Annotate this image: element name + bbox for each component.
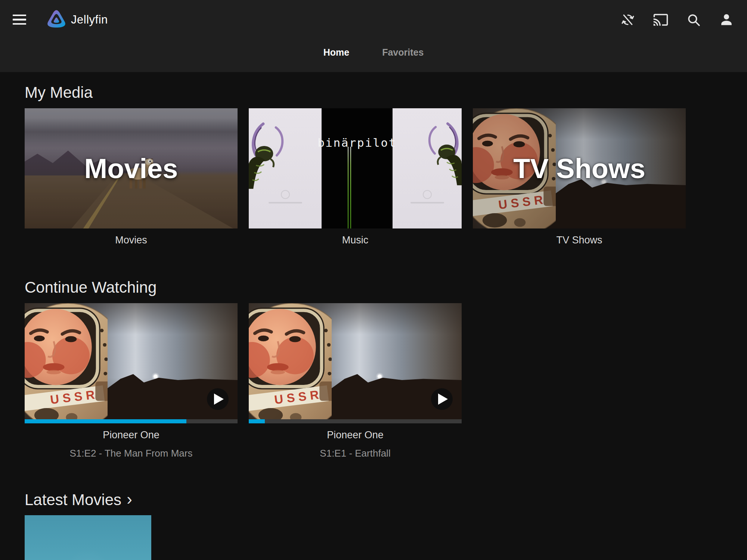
episode-card-2[interactable]: Pioneer One S1:E1 - Earthfall	[249, 303, 462, 459]
jellyfin-logo-icon	[46, 9, 66, 31]
my-media-row: Movies Movies binärpilot	[25, 108, 747, 246]
play-button[interactable]	[431, 388, 453, 410]
tvshows-card-label: TV Shows	[473, 234, 686, 246]
movies-card-image: Movies	[25, 108, 238, 228]
continue-watching-row: Pioneer One S1:E2 - The Man From Mars Pi…	[25, 303, 747, 459]
section-title-my-media: My Media	[25, 72, 747, 102]
episode-2-title: Pioneer One	[249, 429, 462, 441]
progress-bar-fill	[249, 419, 265, 423]
search-icon[interactable]	[683, 9, 704, 31]
tvshows-hero-text: TV Shows	[473, 108, 686, 228]
insect-artwork-mirrored	[423, 120, 462, 219]
app-title: Jellyfin	[71, 13, 108, 27]
episode-card-1[interactable]: Pioneer One S1:E2 - The Man From Mars	[25, 303, 238, 459]
movies-hero-text: Movies	[25, 108, 238, 228]
main-content: My Media Movies Movies	[0, 72, 747, 560]
insect-artwork	[249, 120, 289, 219]
play-button[interactable]	[207, 388, 229, 410]
app-logo[interactable]: Jellyfin	[46, 9, 108, 31]
album-title-text: binärpilot	[317, 136, 397, 149]
album-cover-left	[249, 108, 322, 228]
episode-2-subtitle: S1:E1 - Earthfall	[249, 448, 462, 459]
music-card-image: binärpilot	[249, 108, 462, 228]
progress-bar	[25, 419, 238, 423]
menu-icon[interactable]	[10, 10, 29, 29]
episode-1-thumbnail	[25, 303, 238, 423]
latest-movie-poster[interactable]	[25, 515, 151, 560]
section-link-latest-movies[interactable]: Latest Movies ›	[25, 459, 132, 509]
episode-1-title: Pioneer One	[25, 429, 238, 441]
tab-favorites[interactable]: Favorites	[378, 45, 427, 60]
astronaut-artwork	[249, 303, 332, 423]
section-title-continue-watching: Continue Watching	[25, 246, 747, 297]
album-cover-right	[393, 108, 462, 228]
album-cover-center: binärpilot	[322, 108, 393, 228]
library-card-tvshows[interactable]: TV Shows TV Shows	[473, 108, 686, 246]
library-card-music[interactable]: binärpilot Music	[249, 108, 462, 246]
episode-1-subtitle: S1:E2 - The Man From Mars	[25, 448, 238, 459]
header-top-row: Jellyfin	[0, 0, 747, 39]
progress-bar-fill	[25, 419, 186, 423]
progress-bar	[249, 419, 462, 423]
movies-card-label: Movies	[25, 234, 238, 246]
app-header: Jellyfin	[0, 0, 747, 72]
tab-home[interactable]: Home	[320, 45, 353, 60]
user-icon[interactable]	[716, 9, 737, 31]
astronaut-artwork	[25, 303, 108, 423]
library-card-movies[interactable]: Movies Movies	[25, 108, 238, 246]
latest-movies-title: Latest Movies	[25, 491, 121, 509]
music-card-label: Music	[249, 234, 462, 246]
episode-2-thumbnail	[249, 303, 462, 423]
header-tabs: Home Favorites	[0, 39, 747, 65]
tvshows-card-image: TV Shows	[473, 108, 686, 228]
syncplay-off-icon[interactable]	[617, 9, 639, 31]
cast-icon[interactable]	[650, 9, 672, 31]
chevron-right-icon: ›	[127, 492, 132, 507]
